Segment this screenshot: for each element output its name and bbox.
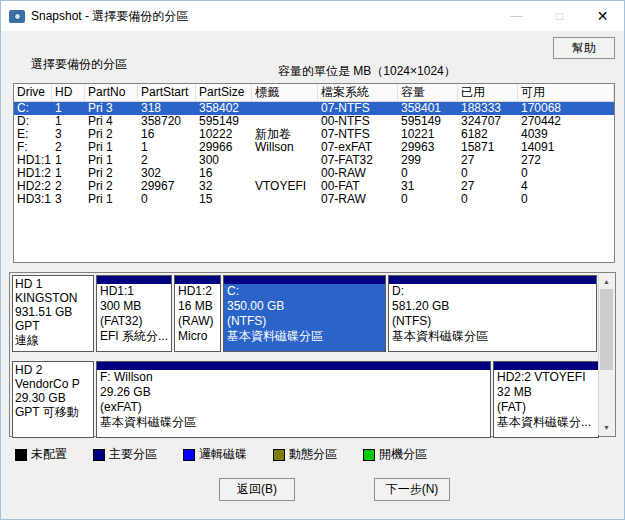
help-button[interactable]: 幫助 xyxy=(553,37,615,59)
table-cell: 170068 xyxy=(518,102,614,115)
legend-label: 主要分區 xyxy=(109,446,157,463)
legend-item: 主要分區 xyxy=(93,446,157,463)
disk-row: HD 2VendorCo P29.30 GBGPT 可移動F: Willson2… xyxy=(12,361,596,438)
column-header[interactable]: 已用 xyxy=(458,84,518,101)
table-cell: 31 xyxy=(398,180,458,193)
table-cell: 16 xyxy=(138,128,196,141)
partition-text-line: (FAT) xyxy=(494,400,598,415)
partition-block[interactable]: HD1:1300 MB(FAT32)EFI 系統分... xyxy=(96,275,172,352)
table-cell: 0 xyxy=(458,193,518,206)
table-row[interactable]: HD3:13Pri 101507-RAW000 xyxy=(14,193,614,206)
column-header[interactable]: HD xyxy=(52,84,85,101)
table-cell: 272 xyxy=(518,154,614,167)
partition-text-line: 300 MB xyxy=(97,299,171,314)
partition-text-line: F: Willson xyxy=(97,370,490,385)
disk-info-panel: HD 2VendorCo P29.30 GBGPT 可移動 xyxy=(12,361,94,438)
table-cell: 595149 xyxy=(196,115,252,128)
column-header[interactable]: 檔案系統 xyxy=(318,84,398,101)
table-cell: VTOYEFI xyxy=(252,180,318,193)
primary-partition-color-strip xyxy=(224,276,385,284)
partition-text-line: HD1:1 xyxy=(97,284,171,299)
table-cell: 1 xyxy=(52,102,85,115)
disk-row: HD 1 KINGSTON931.51 GBGPT連線HD1:1300 MB(F… xyxy=(12,275,596,352)
table-cell: 27 xyxy=(458,180,518,193)
table-cell: 07-NTFS xyxy=(318,128,398,141)
next-button[interactable]: 下一步(N) xyxy=(374,478,450,501)
table-cell: C: xyxy=(14,102,52,115)
partition-text-line: HD2:2 VTOYEFI xyxy=(494,370,598,385)
column-header[interactable]: Drive xyxy=(14,84,52,101)
column-header[interactable]: 容量 xyxy=(398,84,458,101)
partition-block[interactable]: C:350.00 GB(NTFS)基本資料磁碟分區 xyxy=(223,275,386,352)
title-bar[interactable]: Snapshot - 選擇要備份的分區 — □ ✕ xyxy=(1,1,624,31)
scroll-up-icon[interactable]: ▲ xyxy=(599,274,614,289)
legend-label: 動態分區 xyxy=(289,446,337,463)
partition-text-line: EFI 系統分... xyxy=(97,329,171,344)
table-cell: 00-RAW xyxy=(318,167,398,180)
camera-lens-icon xyxy=(14,13,21,20)
vertical-scrollbar[interactable]: ▲ ▼ xyxy=(598,274,614,435)
table-cell: 29967 xyxy=(138,180,196,193)
table-cell: 0 xyxy=(398,167,458,180)
table-cell xyxy=(252,167,318,180)
table-cell: 1 xyxy=(52,154,85,167)
column-header[interactable]: PartStart xyxy=(138,84,196,101)
disk-info-line: GPT 可移動 xyxy=(15,405,91,419)
legend-label: 未配置 xyxy=(31,446,67,463)
table-cell: 4039 xyxy=(518,128,614,141)
legend: 未配置主要分區邏輯磁碟動態分區開機分區 xyxy=(15,446,427,463)
partition-block[interactable]: HD1:216 MB(RAW)Micro xyxy=(174,275,221,352)
partition-block[interactable]: HD2:2 VTOYEFI32 MB(FAT)基本資料磁碟分... xyxy=(493,361,599,438)
primary-partition-color-strip xyxy=(494,362,598,370)
window-controls: — □ ✕ xyxy=(495,1,624,31)
legend-swatch xyxy=(93,449,105,461)
table-cell: 0 xyxy=(518,193,614,206)
table-cell: 4 xyxy=(518,180,614,193)
table-cell: Pri 4 xyxy=(85,115,138,128)
disk-info-line: VendorCo P xyxy=(15,377,91,391)
table-row[interactable]: HD1:11Pri 1230007-FAT3229927272 xyxy=(14,154,614,167)
table-cell: Pri 2 xyxy=(85,167,138,180)
scroll-down-icon[interactable]: ▼ xyxy=(599,420,614,435)
partition-text-line: HD1:2 xyxy=(175,284,220,299)
table-row[interactable]: E:3Pri 21610222新加卷07-NTFS1022161824039 xyxy=(14,128,614,141)
table-row[interactable]: F:2Pri 1129966Willson07-exFAT29963158711… xyxy=(14,141,614,154)
scrollbar-thumb[interactable] xyxy=(600,289,613,370)
scrollbar-track[interactable] xyxy=(599,289,614,420)
column-header[interactable]: 可用 xyxy=(518,84,614,101)
primary-partition-color-strip xyxy=(97,362,490,370)
table-cell: 318 xyxy=(138,102,196,115)
disk-info-line: 29.30 GB xyxy=(15,391,91,405)
table-row[interactable]: HD1:21Pri 23021600-RAW000 xyxy=(14,167,614,180)
table-cell: HD2:2 xyxy=(14,180,52,193)
partition-text-line: C: xyxy=(224,284,385,299)
disk-rows: HD 1 KINGSTON931.51 GBGPT連線HD1:1300 MB(F… xyxy=(12,275,596,434)
disk-info-line: 931.51 GB xyxy=(15,305,91,319)
partition-text-line: (NTFS) xyxy=(224,314,385,329)
table-cell: 358402 xyxy=(196,102,252,115)
table-cell: 0 xyxy=(138,193,196,206)
column-header[interactable]: 標籤 xyxy=(252,84,318,101)
table-cell: 10221 xyxy=(398,128,458,141)
table-cell: Pri 1 xyxy=(85,141,138,154)
column-header[interactable]: PartNo xyxy=(85,84,138,101)
table-body: C:1Pri 331835840207-NTFS3584011883331700… xyxy=(14,102,614,206)
partition-block[interactable]: F: Willson29.26 GB(exFAT)基本資料磁碟分區 xyxy=(96,361,491,438)
section-label: 選擇要備份的分區 xyxy=(31,56,127,73)
legend-item: 未配置 xyxy=(15,446,67,463)
table-row[interactable]: C:1Pri 331835840207-NTFS3584011883331700… xyxy=(14,102,614,115)
table-cell: 2 xyxy=(52,180,85,193)
table-row[interactable]: HD2:22Pri 22996732VTOYEFI00-FAT31274 xyxy=(14,180,614,193)
table-cell: 32 xyxy=(196,180,252,193)
partition-text-line: 基本資料磁碟分區 xyxy=(97,415,490,430)
table-cell: HD1:1 xyxy=(14,154,52,167)
column-header[interactable]: PartSize xyxy=(196,84,252,101)
table-cell: 16 xyxy=(196,167,252,180)
close-icon[interactable]: ✕ xyxy=(581,1,624,31)
table-cell: 10222 xyxy=(196,128,252,141)
partition-block[interactable]: D:581.20 GB(NTFS)基本資料磁碟分區 xyxy=(388,275,597,352)
table-row[interactable]: D:1Pri 435872059514900-NTFS5951493247072… xyxy=(14,115,614,128)
back-button[interactable]: 返回(B) xyxy=(219,478,295,501)
table-cell: Pri 2 xyxy=(85,128,138,141)
table-cell: Willson xyxy=(252,141,318,154)
